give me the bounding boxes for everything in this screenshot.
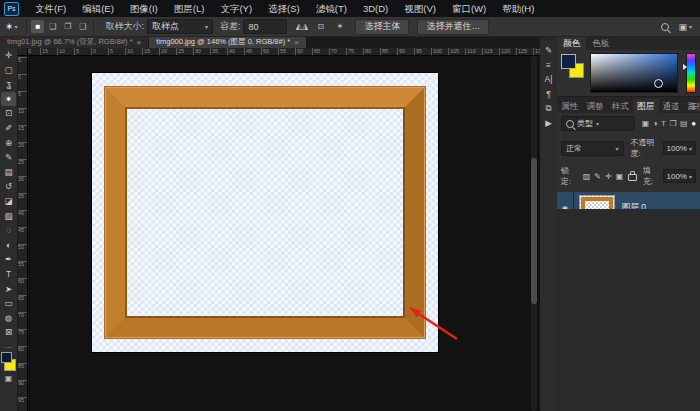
menu-item[interactable]: 编辑(E): [74, 0, 122, 17]
lock-image-pixels-icon[interactable]: ✎: [594, 172, 601, 181]
canvas-scrollbar[interactable]: [531, 55, 537, 411]
magic-wand-tool[interactable]: ✶: [1, 92, 16, 107]
filter-toggle-pin-icon[interactable]: ●: [691, 119, 696, 128]
foreground-color-swatch[interactable]: [561, 54, 576, 69]
document-tab[interactable]: timg01.jpg @ 66.7% (背景, RGB/8#) * ×: [0, 36, 149, 48]
brush-settings-panel-icon[interactable]: ✎: [545, 46, 552, 55]
path-selection-tool[interactable]: ➤: [1, 282, 16, 297]
marquee-tool[interactable]: ▢: [1, 63, 16, 78]
panel-tab[interactable]: 颜色: [557, 36, 586, 50]
canvas-pasteboard[interactable]: [28, 55, 540, 411]
ruler-label: 15: [18, 125, 24, 131]
filter-shape-layers-icon[interactable]: ❒: [669, 119, 676, 128]
menu-item[interactable]: 帮助(H): [494, 0, 542, 17]
panel-tab[interactable]: 通道: [659, 99, 684, 113]
panel-tab[interactable]: 调整: [582, 99, 607, 113]
menu-item[interactable]: 滤镜(T): [308, 0, 355, 17]
menu-item[interactable]: 文字(Y): [212, 0, 260, 17]
anti-alias-icon[interactable]: ◭◮: [294, 20, 309, 34]
add-to-selection-mode-icon[interactable]: ❏: [46, 20, 59, 33]
gradient-tool[interactable]: ▧: [1, 209, 16, 224]
adjustments-panel-icon[interactable]: ≡: [546, 61, 551, 70]
quick-mask-icon[interactable]: ▣: [5, 374, 13, 383]
panels: 颜色色板 属性调整样式图层通道路径 ☰: [557, 36, 700, 411]
panel-tab[interactable]: 色板: [586, 36, 615, 50]
actions-panel-icon[interactable]: ▶: [545, 119, 552, 128]
sample-size-label: 取样大小:: [105, 20, 144, 33]
menu-item[interactable]: 图像(I): [122, 0, 166, 17]
foreground-color-swatch[interactable]: [1, 352, 12, 363]
menu-item[interactable]: 3D(D): [355, 0, 396, 17]
select-subject-button[interactable]: 选择主体: [355, 19, 409, 35]
hue-slider[interactable]: [686, 53, 696, 93]
paragraph-panel-icon[interactable]: ¶: [546, 90, 551, 99]
subtract-from-selection-mode-icon[interactable]: ❐: [61, 20, 74, 33]
active-tool-preset[interactable]: ✶ ▾: [0, 21, 22, 32]
lock-position-icon[interactable]: ✛: [605, 172, 612, 181]
layer-filter-type-dropdown[interactable]: 类型 ▾: [561, 116, 635, 131]
app-logo[interactable]: Ps: [4, 2, 19, 16]
intersect-selection-mode-icon[interactable]: ❑: [76, 20, 89, 33]
search-icon: [566, 120, 574, 128]
clone-source-panel-icon[interactable]: ⧉: [545, 104, 551, 113]
menu-item[interactable]: 文件(F): [27, 0, 74, 17]
search-icon[interactable]: [661, 23, 669, 31]
document-tab[interactable]: timg000.jpg @ 146% (图层 0, RGB/8#) * ×: [149, 36, 307, 48]
crop-tool[interactable]: ⊡: [1, 106, 16, 121]
tolerance-label: 容差:: [220, 20, 241, 33]
close-icon[interactable]: ×: [294, 38, 299, 47]
filter-pixel-layers-icon[interactable]: ▣: [642, 119, 650, 128]
panel-tab[interactable]: 图层: [633, 99, 658, 113]
menu-item[interactable]: 图层(L): [166, 0, 213, 17]
filter-adjustment-layers-icon[interactable]: ◑: [653, 119, 658, 128]
workspace-switcher-icon[interactable]: ▣▾: [678, 22, 692, 32]
brush-tool[interactable]: ✎: [1, 150, 16, 165]
type-tool[interactable]: T: [1, 267, 16, 282]
document-canvas[interactable]: [92, 73, 438, 352]
healing-brush-tool[interactable]: ⊕: [1, 136, 16, 151]
tolerance-input[interactable]: 80: [243, 19, 287, 34]
scrollbar-thumb[interactable]: [531, 158, 537, 304]
lock-all-icon[interactable]: [628, 174, 636, 181]
zoom-tool[interactable]: ◍: [1, 311, 16, 326]
ruler-label: 45: [18, 227, 24, 233]
eraser-tool[interactable]: ◪: [1, 194, 16, 209]
fill-dropdown[interactable]: 100% ▾: [663, 169, 696, 183]
filter-type-layers-icon[interactable]: T: [661, 119, 666, 128]
history-brush-tool[interactable]: ↺: [1, 179, 16, 194]
panel-menu-icon[interactable]: ☰: [690, 102, 697, 111]
frame-tool[interactable]: ⊠: [1, 325, 16, 340]
menu-item[interactable]: 视图(V): [396, 0, 444, 17]
panel-tab[interactable]: 属性: [557, 99, 582, 113]
ruler-label: 75: [18, 329, 24, 335]
menu-item[interactable]: 窗口(W): [444, 0, 494, 17]
character-panel-icon[interactable]: A|: [545, 75, 553, 84]
shape-tool[interactable]: ▭: [1, 296, 16, 311]
contiguous-icon[interactable]: ⊡: [313, 20, 328, 34]
hue-slider-pointer[interactable]: [683, 64, 687, 70]
ruler-label: 90: [18, 380, 24, 386]
sample-size-dropdown[interactable]: 取样点 ▾: [147, 19, 213, 34]
pen-tool[interactable]: ✒: [1, 252, 16, 267]
new-selection-mode-icon[interactable]: ■: [31, 20, 44, 33]
lock-artboard-icon[interactable]: ▣: [616, 172, 624, 181]
filter-smart-objects-icon[interactable]: ▤: [680, 119, 688, 128]
lock-transparent-pixels-icon[interactable]: ▨: [583, 172, 591, 181]
color-cursor[interactable]: [654, 79, 663, 88]
menu-item[interactable]: 选择(S): [260, 0, 308, 17]
clone-stamp-tool[interactable]: ▤: [1, 165, 16, 180]
close-icon[interactable]: ×: [137, 38, 142, 47]
blend-mode-dropdown[interactable]: 正常 ▾: [561, 141, 624, 156]
ruler-label: 70: [18, 312, 24, 318]
move-tool[interactable]: ✛: [1, 48, 16, 63]
dodge-tool[interactable]: ◐: [1, 238, 16, 253]
edit-toolbar-icon[interactable]: …: [5, 341, 13, 350]
lasso-tool[interactable]: ʓ: [1, 77, 16, 92]
eyedropper-tool[interactable]: ✐: [1, 121, 16, 136]
sample-all-layers-icon[interactable]: ✶: [332, 20, 347, 34]
select-and-mask-button[interactable]: 选择并遮住…: [417, 19, 489, 35]
color-gradient-field[interactable]: [590, 53, 678, 93]
opacity-dropdown[interactable]: 100% ▾: [663, 141, 696, 155]
panel-tab[interactable]: 样式: [608, 99, 633, 113]
blur-tool[interactable]: ◌: [1, 223, 16, 238]
